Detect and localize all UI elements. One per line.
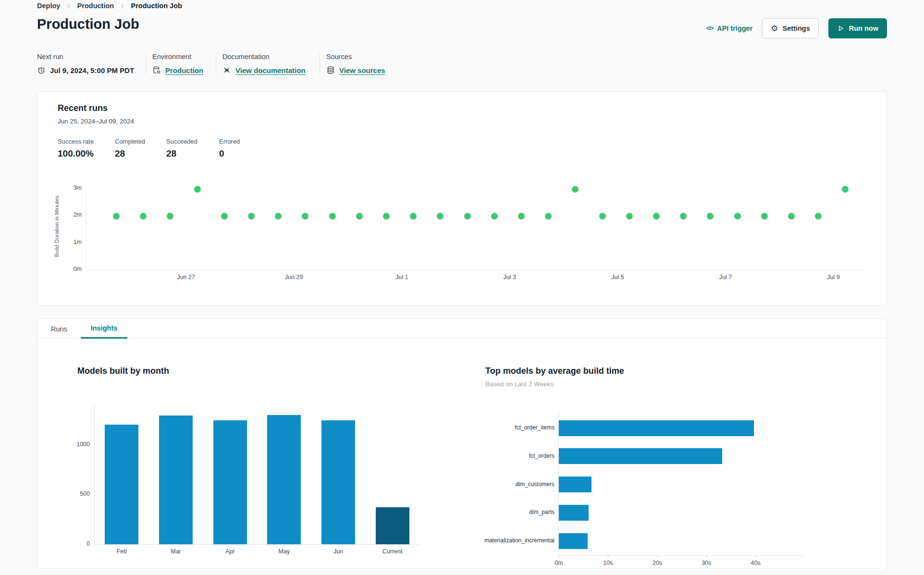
hbar[interactable]	[559, 420, 754, 436]
scatter-point[interactable]	[221, 213, 228, 220]
stat-success-rate: Success rate 100.00%	[58, 138, 115, 159]
hbar-category-label: dim_parts	[529, 509, 554, 515]
scatter-point[interactable]	[761, 213, 768, 220]
next-run-value-row: Jul 9, 2024, 5:00 PM PDT	[37, 66, 146, 74]
scatter-point[interactable]	[815, 213, 822, 220]
bar[interactable]	[267, 415, 301, 544]
scatter-point[interactable]	[788, 213, 795, 220]
scatter-point[interactable]	[518, 213, 525, 220]
breadcrumb-item-deploy[interactable]: Deploy	[37, 2, 60, 10]
breadcrumb-item-production[interactable]: Production	[77, 2, 114, 10]
scatter-point[interactable]	[248, 213, 255, 220]
chevron-right-icon: ›	[121, 2, 123, 10]
scatter-x-tick-label: Jul 9	[827, 274, 839, 281]
header-actions: </> API trigger ⚙ Settings Run now	[706, 18, 887, 38]
meta-next-run: Next run Jul 9, 2024, 5:00 PM PDT	[37, 53, 146, 74]
tab-insights[interactable]: Insights	[81, 319, 127, 339]
recent-runs-card: Recent runs Jun 25, 2024–Jul 09, 2024 Su…	[37, 91, 887, 306]
scatter-point[interactable]	[734, 213, 741, 220]
hbar[interactable]	[559, 533, 588, 549]
bar-category-label: Jun	[311, 548, 366, 555]
bar[interactable]	[159, 416, 193, 544]
environment-link[interactable]: Production	[165, 66, 203, 74]
environment-label: Environment	[152, 53, 216, 61]
scatter-point[interactable]	[329, 213, 336, 220]
documentation-value-row: View documentation	[222, 66, 320, 74]
page-title: Production Job	[37, 16, 139, 32]
stat-value: 100.00%	[58, 148, 115, 159]
hbar[interactable]	[559, 505, 589, 521]
code-icon: </>	[706, 25, 713, 32]
sources-database-icon	[326, 66, 335, 74]
hbar-category-label: fct_order_items	[515, 424, 554, 431]
meta-sources: Sources View sources	[320, 53, 425, 74]
scatter-point[interactable]	[572, 186, 579, 193]
barh-x-tick-label: 0m	[554, 560, 563, 566]
scatter-point[interactable]	[653, 213, 660, 220]
stat-label: Succeeded	[166, 138, 219, 145]
run-now-button-label: Run now	[849, 24, 878, 32]
bar[interactable]	[213, 420, 247, 544]
scatter-point[interactable]	[842, 186, 849, 193]
scatter-point[interactable]	[410, 213, 417, 220]
view-documentation-link[interactable]: View documentation	[235, 66, 306, 74]
breadcrumb: Deploy › Production › Production Job	[37, 2, 182, 10]
bar-y-tick-label: 0	[73, 540, 90, 547]
bar[interactable]	[321, 420, 355, 544]
scatter-point[interactable]	[113, 213, 120, 220]
hbar[interactable]	[559, 477, 591, 492]
scatter-point[interactable]	[302, 213, 308, 220]
top-models-chart-subtitle: Based on Last 2 Weeks	[485, 380, 554, 388]
scatter-point[interactable]	[167, 213, 173, 220]
top-models-chart-title: Top models by average build time	[485, 366, 624, 376]
hbar-category-label: dim_customers	[516, 481, 554, 488]
barh-x-tick-label: 30s	[702, 560, 711, 566]
job-detail-card: Runs Insights Models built by month 0500…	[37, 318, 887, 572]
scatter-point[interactable]	[626, 213, 633, 220]
breadcrumb-item-production-job: Production Job	[131, 2, 182, 10]
scatter-x-tick-label: Jun 29	[285, 274, 303, 281]
bar[interactable]	[376, 507, 409, 544]
bar-category-label: Apr	[203, 548, 257, 555]
scatter-point[interactable]	[680, 213, 687, 220]
run-now-button[interactable]: Run now	[828, 18, 887, 38]
gear-icon: ⚙	[771, 24, 778, 33]
barh-x-tick-label: 10s	[603, 560, 613, 566]
bar-category-label: May	[257, 548, 311, 555]
models-built-bar-chart: 05001000FebMarAprMayJunCurrent	[94, 405, 419, 545]
stat-label: Completed	[115, 138, 166, 145]
scatter-point[interactable]	[464, 213, 471, 220]
barh-x-tick-label: 40s	[751, 560, 761, 566]
api-trigger-link[interactable]: </> API trigger	[706, 24, 752, 32]
tab-runs[interactable]: Runs	[37, 319, 81, 339]
hbar-category-label: materialization_incremental	[484, 537, 554, 544]
alarm-clock-icon	[37, 66, 46, 74]
scatter-point[interactable]	[437, 213, 444, 220]
barh-x-tick-mark	[657, 555, 658, 558]
scatter-point[interactable]	[491, 213, 498, 220]
stat-errored: Errored 0	[219, 138, 258, 159]
next-run-label: Next run	[37, 53, 146, 61]
settings-button[interactable]: ⚙ Settings	[762, 18, 818, 38]
scatter-y-axis-label: Build Duration in Minutes	[54, 196, 60, 257]
bar[interactable]	[105, 425, 138, 544]
hbar[interactable]	[559, 448, 722, 464]
scatter-point[interactable]	[275, 213, 282, 220]
recent-runs-stats: Success rate 100.00% Completed 28 Succee…	[58, 138, 258, 159]
scatter-point[interactable]	[140, 213, 147, 220]
documentation-label: Documentation	[222, 53, 320, 61]
scatter-point[interactable]	[545, 213, 552, 220]
sources-label: Sources	[326, 53, 425, 61]
scatter-point[interactable]	[383, 213, 390, 220]
scatter-point[interactable]	[599, 213, 606, 220]
scatter-point[interactable]	[707, 213, 714, 220]
scatter-y-tick-label: 2m	[64, 211, 82, 218]
barh-x-tick-mark	[756, 555, 756, 558]
stat-completed: Completed 28	[115, 138, 166, 159]
scatter-point[interactable]	[356, 213, 363, 220]
settings-button-label: Settings	[783, 24, 810, 32]
barh-x-tick-mark	[706, 555, 707, 558]
scatter-point[interactable]	[194, 186, 201, 193]
view-sources-link[interactable]: View sources	[339, 66, 385, 74]
models-built-chart-title: Models built by month	[77, 366, 169, 376]
